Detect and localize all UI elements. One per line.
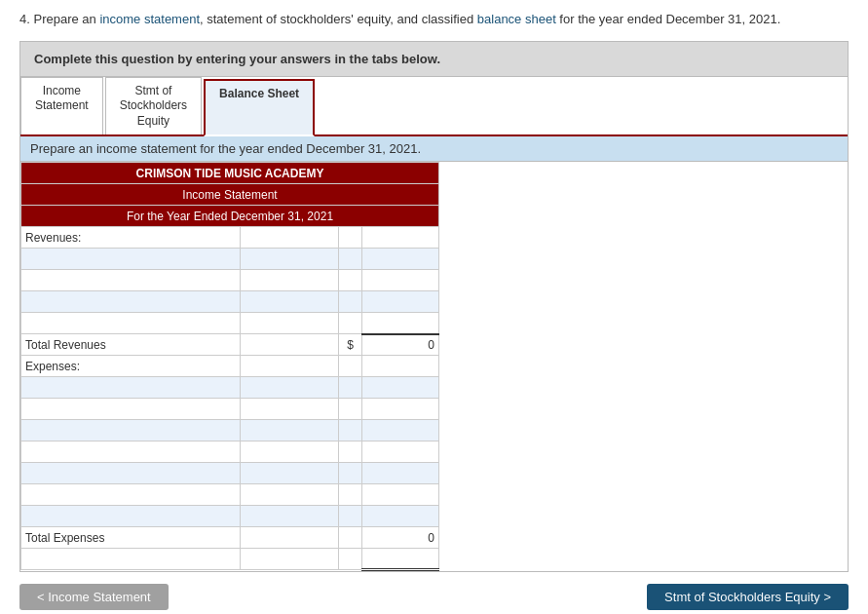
balance-sheet-link[interactable]: balance sheet <box>477 12 556 26</box>
exp4-amount2-input[interactable] <box>366 445 434 459</box>
exp6-label[interactable] <box>21 484 241 506</box>
exp5-amount2[interactable] <box>362 463 439 484</box>
rev4-amount1[interactable] <box>240 313 338 334</box>
exp6-amount1-input[interactable] <box>245 488 334 502</box>
exp7-amount2[interactable] <box>362 506 439 527</box>
rev4-amount2-input[interactable] <box>366 317 434 330</box>
exp1-amount2-input[interactable] <box>366 381 434 395</box>
rev3-amount1[interactable] <box>240 291 338 313</box>
exp6-amount2[interactable] <box>362 484 439 506</box>
rev1-amount1-input[interactable] <box>245 252 334 266</box>
rev4-label[interactable] <box>21 313 241 334</box>
rev2-amount1[interactable] <box>240 270 338 291</box>
rev3-amount2[interactable] <box>362 291 439 313</box>
exp2-amount1[interactable] <box>240 399 338 420</box>
exp1-amount1[interactable] <box>240 377 338 399</box>
rev3-label-input[interactable] <box>25 295 236 309</box>
rev4-label-input[interactable] <box>25 317 236 330</box>
exp7-label-input[interactable] <box>25 510 236 523</box>
exp3-amount2[interactable] <box>362 420 439 441</box>
exp3-label[interactable] <box>21 420 241 441</box>
exp4-amount1[interactable] <box>240 441 338 463</box>
exp6-amount1[interactable] <box>240 484 338 506</box>
exp1-label-input[interactable] <box>25 381 236 395</box>
exp3-amount2-input[interactable] <box>366 424 434 438</box>
exp7-amount1[interactable] <box>240 506 338 527</box>
exp2-amount2-input[interactable] <box>366 403 434 416</box>
total-expenses-input-field[interactable] <box>245 531 334 545</box>
rev3-amount1-input[interactable] <box>245 295 334 309</box>
rev1-amount2[interactable] <box>362 249 439 270</box>
total-revenues-input-field[interactable] <box>245 338 334 352</box>
exp4-amount1-input[interactable] <box>245 445 334 459</box>
tab-balance-sheet[interactable]: Balance Sheet <box>204 79 315 137</box>
total-expenses-input[interactable] <box>240 527 338 549</box>
final-amount1[interactable] <box>240 549 338 570</box>
expenses-label-input1-field[interactable] <box>245 360 334 373</box>
exp2-amount1-input[interactable] <box>245 403 334 416</box>
nav-buttons: < Income Statement Stmt of Stockholders … <box>19 580 849 614</box>
rev1-label[interactable] <box>21 249 241 270</box>
exp6-amount2-input[interactable] <box>366 488 434 502</box>
final-label-input[interactable] <box>25 553 236 566</box>
revenues-label-input1-field[interactable] <box>245 231 334 245</box>
rev1-label-input[interactable] <box>25 252 236 266</box>
exp3-amount1-input[interactable] <box>245 424 334 438</box>
revenues-label: Revenues: <box>21 227 241 249</box>
exp1-amount1-input[interactable] <box>245 381 334 395</box>
rev1-amount1[interactable] <box>240 249 338 270</box>
exp2-label[interactable] <box>21 399 241 420</box>
next-button[interactable]: Stmt of Stockholders Equity > <box>647 584 849 610</box>
exp2-amount2[interactable] <box>362 399 439 420</box>
rev4-amount2[interactable] <box>362 313 439 334</box>
rev2-amount2[interactable] <box>362 270 439 291</box>
rev1-dollar <box>338 249 362 270</box>
tab-stmt-line1: Stmt of <box>120 84 187 99</box>
income-statement-link[interactable]: income statement <box>99 12 200 26</box>
exp3-label-input[interactable] <box>25 424 236 438</box>
total-revenues-row: Total Revenues $ 0 <box>21 334 439 356</box>
tab-income-statement[interactable]: Income Statement <box>20 77 103 135</box>
rev3-amount2-input[interactable] <box>366 295 434 309</box>
rev2-amount1-input[interactable] <box>245 274 334 288</box>
revenues-label-input1[interactable] <box>240 227 338 249</box>
rev2-label-input[interactable] <box>25 274 236 288</box>
exp5-amount2-input[interactable] <box>366 467 434 480</box>
exp6-label-input[interactable] <box>25 488 236 502</box>
final-amount2[interactable] <box>362 549 439 570</box>
instruction-text: Complete this question by entering your … <box>34 52 440 66</box>
rev2-amount2-input[interactable] <box>366 274 434 288</box>
rev1-amount2-input[interactable] <box>366 252 434 266</box>
exp4-label-input[interactable] <box>25 445 236 459</box>
exp3-amount1[interactable] <box>240 420 338 441</box>
exp2-dollar <box>338 399 362 420</box>
tab-stmt-equity[interactable]: Stmt of Stockholders Equity <box>105 77 202 135</box>
final-amount2-input[interactable] <box>366 552 434 565</box>
expenses-label-amount <box>362 356 439 377</box>
exp7-amount2-input[interactable] <box>366 510 434 523</box>
period: For the Year Ended December 31, 2021 <box>21 206 439 227</box>
expense-row-5 <box>21 463 439 484</box>
total-revenues-input[interactable] <box>240 334 338 356</box>
exp5-amount1-input[interactable] <box>245 467 334 480</box>
exp7-amount1-input[interactable] <box>245 510 334 523</box>
rev4-amount1-input[interactable] <box>245 317 334 330</box>
expenses-label-input1[interactable] <box>240 356 338 377</box>
rev3-label[interactable] <box>21 291 241 313</box>
exp4-amount2[interactable] <box>362 441 439 463</box>
exp5-amount1[interactable] <box>240 463 338 484</box>
final-amount1-input[interactable] <box>245 553 334 566</box>
exp4-label[interactable] <box>21 441 241 463</box>
question-text-end: for the year ended December 31, 2021. <box>556 12 781 26</box>
exp7-label[interactable] <box>21 506 241 527</box>
exp1-amount2[interactable] <box>362 377 439 399</box>
exp1-dollar <box>338 377 362 399</box>
exp2-label-input[interactable] <box>25 403 236 416</box>
exp1-label[interactable] <box>21 377 241 399</box>
prev-button[interactable]: < Income Statement <box>19 584 169 610</box>
exp5-label[interactable] <box>21 463 241 484</box>
exp5-label-input[interactable] <box>25 467 236 480</box>
rev2-label[interactable] <box>21 270 241 291</box>
final-label[interactable] <box>21 549 241 570</box>
tab-balance-line1: Balance Sheet <box>219 87 299 102</box>
